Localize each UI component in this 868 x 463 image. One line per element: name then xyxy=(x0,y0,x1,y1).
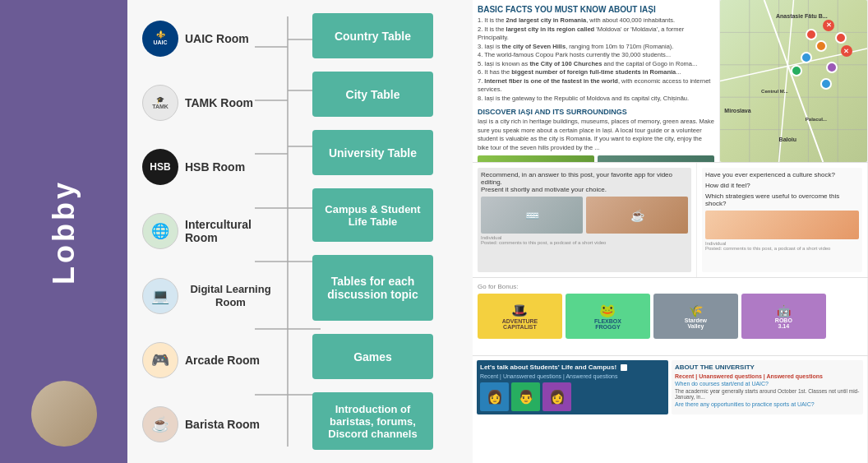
university-table-box[interactable]: University Table xyxy=(312,130,433,175)
barista-forum-panel: Let's talk about Students' Life and Camp… xyxy=(477,360,668,414)
country-info-panel: BASIC FACTS YOU MUST KNOW ABOUT IAȘI 1. … xyxy=(473,0,720,162)
map-label-anastasie: Anastasie Fâtu B... xyxy=(776,13,828,19)
map-label-baloiu: Baloiu xyxy=(779,137,796,142)
barista-student-images: 👩 👨 👩 xyxy=(480,382,665,411)
city-table-box[interactable]: City Table xyxy=(312,72,433,117)
room-uaic[interactable]: ⚜️ UAIC UAIC Room xyxy=(137,17,281,60)
map-pin-7[interactable]: ✕ xyxy=(841,45,852,57)
palace-image: The Culture Rom festival in front of the… xyxy=(478,155,594,162)
game-stardew[interactable]: 🌾 StardewValley xyxy=(653,294,738,339)
games-panel: Go for Bonus: 🎩 ADVENTURECAPITALIST 🐸 FL… xyxy=(473,278,868,355)
room-barista[interactable]: ☕ Barista Room xyxy=(137,403,281,446)
forum-tabs: Recent | Unanswered questions | Answered… xyxy=(480,373,665,379)
hsb-icon: HSB xyxy=(142,149,178,185)
map-pin-9[interactable] xyxy=(826,62,838,73)
games-for-label: Go for Bonus: xyxy=(478,283,862,290)
room-intercultural[interactable]: 🌐 Intercultural Room xyxy=(137,210,281,252)
culture-bottom-row xyxy=(705,211,859,239)
keyboard-coffee-images: ⌨️ ☕ xyxy=(481,197,688,234)
coffee-image: ☕ xyxy=(586,197,688,234)
row-intercultural: Recommend, in an answer to this post, yo… xyxy=(473,163,868,278)
map-panel: Anastasie Fâtu B... Miroslava Baloiu Pal… xyxy=(720,0,868,162)
country-panel-title: BASIC FACTS YOU MUST KNOW ABOUT IAȘI xyxy=(478,5,714,14)
games-table-box[interactable]: Games xyxy=(312,334,433,379)
discussion-table-box[interactable]: Tables for each discussion topic xyxy=(312,255,433,321)
uaic-icon: ⚜️ UAIC xyxy=(142,21,178,57)
discover-title: DISCOVER IAȘI AND ITS SURROUNDINGS xyxy=(478,108,714,116)
room-hsb[interactable]: HSB HSB Room xyxy=(137,146,281,188)
faq-a1: The academic year generally starts aroun… xyxy=(675,388,860,400)
keyboard-image: ⌨️ xyxy=(481,197,583,234)
map-label-miroslava: Miroslava xyxy=(724,108,750,113)
barista-panel: Let's talk about Students' Life and Camp… xyxy=(473,356,868,463)
digital-room-label: Digital Learning Room xyxy=(185,283,276,308)
main-container: Lobby xyxy=(0,0,868,463)
game-flexbox-froggy[interactable]: 🐸 FLEXBOXFROGGY xyxy=(566,294,650,339)
culture-image xyxy=(705,211,859,239)
room-tamk[interactable]: 🎓 TAMK TAMK Room xyxy=(137,81,281,124)
culture-q2: How did it feel? xyxy=(705,182,859,189)
arcade-room-label: Arcade Room xyxy=(185,354,260,367)
lobby-label: Lobby xyxy=(47,179,81,285)
map-label-centrul: Centrul M... xyxy=(761,89,788,94)
culture-recommend-panel: Recommend, in an answer to this post, yo… xyxy=(473,163,697,277)
barista-forum-title: Let's talk about Students' Life and Camp… xyxy=(480,363,665,371)
culture-shock-panel: Have you ever experienced a culture shoc… xyxy=(697,163,868,277)
university-image: Free guided tour of Hall of the Last Ste… xyxy=(598,155,714,162)
city-map: Anastasie Fâtu B... Miroslava Baloiu Pal… xyxy=(720,0,867,162)
game-robo[interactable]: 🤖 ROBO3.14 xyxy=(741,294,826,339)
room-arcade[interactable]: 🎮 Arcade Room xyxy=(137,339,281,382)
recommend-text: Recommend, in an answer to this post, yo… xyxy=(481,171,688,193)
country-panel-text: 1. It is the 2nd largest city in Romania… xyxy=(478,16,714,103)
barista-icon: ☕ xyxy=(142,406,178,442)
map-pin-8[interactable] xyxy=(820,78,832,90)
student-img-3: 👩 xyxy=(542,382,571,411)
hsb-room-label: HSB Room xyxy=(185,160,245,174)
country-table-box[interactable]: Country Table xyxy=(312,13,433,58)
map-pin-1[interactable]: ✕ xyxy=(823,20,834,31)
tamk-icon: 🎓 TAMK xyxy=(142,85,178,121)
intercultural-room-label: Intercultural Room xyxy=(185,218,276,244)
map-pin-6[interactable] xyxy=(835,32,847,44)
barista-table-box[interactable]: Introduction of baristas, forums, Discor… xyxy=(312,392,433,450)
campus-table-box[interactable]: Campus & Student Life Table xyxy=(312,188,433,242)
map-label-palacul: Palacul... xyxy=(806,117,827,122)
barista-content-area: Let's talk about Students' Life and Camp… xyxy=(477,360,863,414)
row-games: Go for Bonus: 🎩 ADVENTURECAPITALIST 🐸 FL… xyxy=(473,278,868,356)
student-img-2: 👨 xyxy=(511,382,540,411)
individual-task: Posted: comments to this post, a podcast… xyxy=(481,240,688,245)
row-barista: Let's talk about Students' Life and Camp… xyxy=(473,356,868,463)
content-section: BASIC FACTS YOU MUST KNOW ABOUT IAȘI 1. … xyxy=(473,0,868,463)
faq-q1: When do courses start/end at UAIC? xyxy=(675,381,860,387)
tamk-room-label: TAMK Room xyxy=(185,96,253,109)
discover-images: The Culture Rom festival in front of the… xyxy=(478,155,714,162)
post-label: Posted: comments to this post, a podcast… xyxy=(705,246,859,251)
digital-icon: 💻 xyxy=(142,278,178,314)
university-faq-panel: ABOUT THE UNIVERSITY Recent | Unanswered… xyxy=(672,360,863,414)
uaic-room-label: UAIC Room xyxy=(185,32,249,45)
intercultural-icon: 🌐 xyxy=(142,213,178,249)
barista-room-label: Barista Room xyxy=(185,418,260,431)
culture-q3: Which strategies were useful to overcome… xyxy=(705,192,859,207)
faq-q2: Are there any opportunities to practice … xyxy=(675,401,860,407)
row-country-city: BASIC FACTS YOU MUST KNOW ABOUT IAȘI 1. … xyxy=(473,0,868,163)
student-img-1: 👩 xyxy=(480,382,509,411)
culture-q1: Have you ever experienced a culture shoc… xyxy=(705,171,859,178)
arcade-icon: 🎮 xyxy=(142,342,178,378)
discover-text: Iași is a city rich in heritage building… xyxy=(478,118,714,152)
university-faq-title: ABOUT THE UNIVERSITY xyxy=(675,363,860,371)
faq-tabs: Recent | Unanswered questions | Answered… xyxy=(675,373,860,379)
room-digital[interactable]: 💻 Digital Learning Room xyxy=(137,275,281,317)
avatar xyxy=(31,381,97,447)
game-adventure-capitalist[interactable]: 🎩 ADVENTURECAPITALIST xyxy=(478,294,562,339)
games-list: 🎩 ADVENTURECAPITALIST 🐸 FLEXBOXFROGGY 🌾 xyxy=(478,294,862,339)
lobby-sidebar: Lobby xyxy=(0,0,127,463)
map-pin-5[interactable] xyxy=(791,65,802,76)
